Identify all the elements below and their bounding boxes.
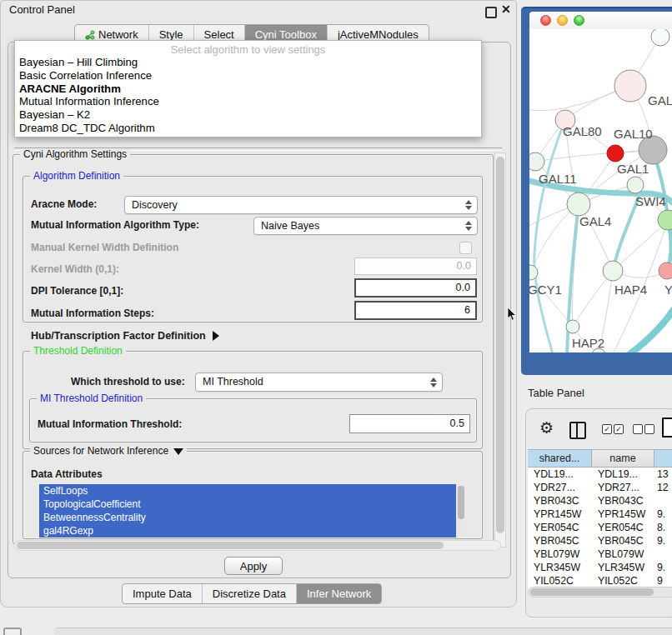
column-header-partial[interactable]: [654, 450, 672, 468]
list-item[interactable]: BetweennessCentrality: [39, 511, 465, 524]
network-node[interactable]: [659, 262, 672, 279]
which-threshold-label: Which threshold to use:: [71, 376, 185, 388]
which-threshold-select[interactable]: MI Threshold: [195, 372, 443, 392]
node-label: GCY1: [529, 282, 562, 297]
dropdown-item[interactable]: Basic Correlation Inference: [15, 69, 481, 82]
unchecked-checkbox-icon[interactable]: [644, 424, 654, 434]
settings-vertical-scrollbar[interactable]: [494, 152, 506, 548]
checked-checkbox-icon[interactable]: ✓: [614, 424, 624, 434]
close-traffic-light[interactable]: [540, 15, 551, 26]
cell: 9.: [654, 561, 672, 574]
table-row[interactable]: YPR145WYPR145W9.: [528, 508, 672, 521]
bottom-panel-edge: [54, 628, 672, 635]
column-header-name[interactable]: name: [592, 450, 654, 468]
node-label: GAL10: [614, 127, 653, 141]
network-node[interactable]: [614, 70, 646, 102]
hub-definition-label: Hub/Transcription Factor Definition: [31, 330, 206, 342]
table-header-row: shared... name: [528, 449, 672, 468]
cell: YBR045C: [592, 534, 654, 548]
network-node-swi4[interactable]: [658, 210, 672, 230]
node-label: GAL11: [539, 172, 577, 186]
dropdown-item[interactable]: Mutual Information Inference: [15, 95, 481, 108]
cell: YBL079W: [592, 548, 654, 561]
mi-algorithm-type-select[interactable]: Naive Bayes: [253, 217, 478, 235]
new-table-icon[interactable]: [662, 418, 672, 438]
tab-label: Discretize Data: [213, 584, 286, 603]
network-node-hap2[interactable]: [566, 320, 579, 333]
collapsed-panel-icon[interactable]: [3, 628, 22, 635]
scrollbar-thumb[interactable]: [496, 157, 504, 533]
data-attributes-label: Data Attributes: [31, 468, 103, 480]
unchecked-checkbox-icon[interactable]: [633, 424, 643, 434]
tab-discretize-data[interactable]: Discretize Data: [203, 584, 297, 603]
minimize-traffic-light[interactable]: [557, 15, 568, 26]
stepper-arrows-icon: [464, 199, 472, 211]
network-node-hap4[interactable]: [603, 261, 623, 281]
aracne-mode-select[interactable]: Discovery: [124, 196, 478, 214]
settings-horizontal-scrollbar[interactable]: [14, 540, 501, 551]
network-window-titlebar[interactable]: [529, 12, 672, 30]
cell: [654, 548, 672, 561]
scrollbar-thumb[interactable]: [17, 542, 444, 549]
network-node-gal11[interactable]: [529, 152, 544, 171]
mouse-cursor: [507, 308, 517, 322]
algorithm-dropdown-popup: Select algorithm to view settings Bayesi…: [14, 40, 482, 138]
cyni-bottom-tabbar: Impute Data Discretize Data Infer Networ…: [122, 583, 382, 604]
cell: YPR145W: [528, 508, 592, 521]
scrollbar-thumb[interactable]: [458, 486, 464, 519]
cell: YDR27...: [592, 481, 654, 494]
zoom-traffic-light[interactable]: [574, 15, 584, 26]
network-icon: [85, 30, 95, 40]
hub-definition-expander[interactable]: Hub/Transcription Factor Definition: [31, 330, 219, 342]
kernel-width-label: Kernel Width (0,1):: [31, 263, 119, 275]
network-node-gal4[interactable]: [567, 192, 590, 216]
table-row[interactable]: YDL19...YDL19...13: [528, 468, 672, 481]
network-node[interactable]: [651, 29, 669, 46]
float-panel-icon[interactable]: [485, 7, 497, 18]
dropdown-item[interactable]: Bayesian – K2: [15, 108, 481, 122]
table-row[interactable]: YIL052CYIL052C9: [528, 574, 672, 588]
tab-impute-data[interactable]: Impute Data: [123, 584, 203, 603]
network-node-gal1[interactable]: [627, 177, 644, 193]
table-row[interactable]: YDR27...YDR27...12: [528, 481, 672, 494]
table-row[interactable]: YER054CYER054C8.: [528, 521, 672, 534]
mi-steps-field[interactable]: 6: [354, 301, 477, 320]
gear-icon[interactable]: ⚙: [539, 418, 554, 438]
manual-kernel-width-checkbox[interactable]: [459, 242, 472, 254]
kernel-width-field[interactable]: 0.0: [354, 258, 477, 275]
checked-checkbox-icon[interactable]: ✓: [602, 424, 612, 434]
table-row[interactable]: YLR345WYLR345W9.: [528, 561, 672, 574]
cell: YBL079W: [528, 548, 592, 561]
apply-button[interactable]: Apply: [224, 557, 283, 575]
sources-group-title[interactable]: Sources for Network Inference: [30, 445, 187, 457]
group-title: MI Threshold Definition: [37, 392, 146, 404]
list-scrollbar[interactable]: [456, 484, 465, 538]
list-item[interactable]: TopologicalCoefficient: [39, 498, 465, 511]
node-label: GAL: [648, 93, 672, 108]
list-item[interactable]: SelfLoops: [39, 484, 465, 498]
table-row[interactable]: YBR043CYBR043C: [528, 494, 672, 508]
cell: YIL052C: [528, 574, 592, 588]
dropdown-item[interactable]: Dream8 DC_TDC Algorithm: [15, 122, 481, 135]
tab-infer-network[interactable]: Infer Network: [297, 584, 381, 603]
network-node-selected-red[interactable]: [607, 145, 624, 162]
dpi-tolerance-field[interactable]: 0.0: [354, 278, 477, 298]
data-attributes-list[interactable]: SelfLoops TopologicalCoefficient Between…: [39, 484, 465, 538]
table-row[interactable]: YBR045CYBR045C9.: [528, 534, 672, 548]
close-icon[interactable]: ✕: [501, 2, 511, 16]
list-item[interactable]: gal4RGexp: [39, 524, 465, 538]
cell: YBR045C: [528, 534, 592, 548]
mi-threshold-field[interactable]: 0.5: [349, 414, 470, 433]
dropdown-item[interactable]: Bayesian – Hill Climbing: [15, 56, 481, 69]
scrollbar-thumb[interactable]: [530, 588, 654, 596]
network-canvas[interactable]: GAL GAL80 GAL10 GAL11 GAL1 SWI4 GAL4 GCY…: [529, 29, 672, 352]
cell: YBR043C: [592, 494, 654, 508]
split-columns-icon[interactable]: [569, 422, 586, 439]
collapse-down-icon: [173, 448, 183, 455]
dropdown-item-aracne[interactable]: ARACNE Algorithm: [15, 82, 481, 96]
table-horizontal-scrollbar[interactable]: [528, 587, 672, 598]
column-header-shared-name[interactable]: shared...: [528, 450, 592, 468]
cell: YPR145W: [592, 508, 654, 521]
table-row[interactable]: YBL079WYBL079W: [528, 548, 672, 561]
table-body[interactable]: YDL19...YDL19...13 YDR27...YDR27...12 YB…: [528, 468, 672, 589]
